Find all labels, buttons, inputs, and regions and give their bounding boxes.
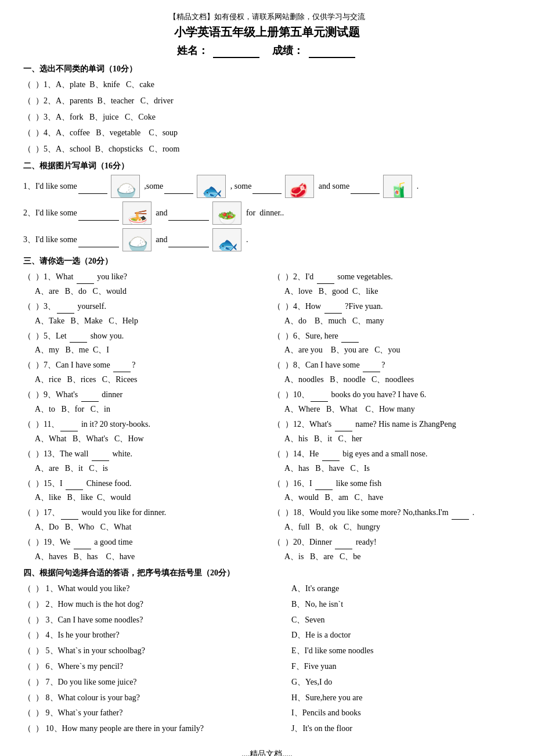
s3-q9-left: （ ）9、What's dinner A、to B、for C、in bbox=[23, 388, 267, 416]
s2-r2-end: for dinner.. bbox=[244, 206, 284, 220]
score-underline bbox=[309, 45, 355, 58]
s4-q6: （ ） 6、Where`s my pencil? bbox=[23, 660, 291, 674]
s2-r1-blank4[interactable] bbox=[351, 179, 380, 194]
s4-q1: （ ） 1、What would you like? bbox=[23, 582, 291, 596]
s3-q15: （ ）15、I Chinese food. bbox=[23, 477, 261, 491]
s3-q16-right: （ ）16、I like some fish A、would B、am C、ha… bbox=[267, 477, 511, 505]
page-title: 小学英语五年级上册第五单元测试题 bbox=[23, 24, 511, 40]
s3-q12-right: （ ）12、What's name? His name is ZhangPeng… bbox=[267, 417, 511, 445]
s2-row3: 3、I'd like some and . bbox=[23, 228, 511, 251]
s3-q13-opts: A、are B、it C、is bbox=[35, 463, 261, 474]
s3-q16: （ ）16、I like some fish bbox=[273, 477, 511, 491]
name-underline bbox=[213, 45, 259, 58]
s4-a5: E、I'd like some noodles bbox=[291, 644, 511, 658]
s4-content: （ ） 1、What would you like? （ ） 2、How muc… bbox=[23, 582, 511, 737]
s4-a10: J、It's on the floor bbox=[291, 722, 511, 736]
s3-row5: （ ）9、What's dinner A、to B、for C、in （ ）10… bbox=[23, 388, 511, 416]
s4-q4: （ ） 4、Is he your brother? bbox=[23, 628, 291, 642]
s4-a9: I、Pencils and books bbox=[291, 706, 511, 720]
s2-r3-text1: 3、I'd like some bbox=[23, 232, 77, 247]
s4-q10: （ ） 10、How many people are there in your… bbox=[23, 722, 291, 736]
s2-r3-blank2[interactable] bbox=[168, 232, 209, 247]
s2-r1-text3: , some bbox=[228, 179, 251, 193]
s1-item-2: （ ）2、A、parents B、teacher C、driver bbox=[23, 94, 511, 108]
s3-q5: （ ）5、Let show you. bbox=[23, 329, 261, 343]
s3-q1: （ ）1、What you like? bbox=[23, 270, 261, 284]
s3-q2-right: （ ）2、I'd some vegetables. A、love B、good … bbox=[267, 270, 511, 298]
s3-q6: （ ）6、Sure, here bbox=[273, 329, 511, 343]
s3-q11-opts: A、What B、What's C、How bbox=[35, 434, 261, 444]
s3-q4: （ ）4、How ?Five yuan. bbox=[273, 300, 511, 314]
s2-r2-text1: 2、I'd like some bbox=[23, 206, 77, 220]
s2-row2: 2、I'd like some and for dinner.. bbox=[23, 201, 511, 225]
s2-r3-blank1[interactable] bbox=[78, 232, 119, 247]
s3-q17-opts: A、Do B、Who C、What bbox=[35, 522, 261, 532]
s3-q8: （ ）8、Can I have some ? bbox=[273, 358, 511, 372]
s4-a2: B、No, he isn`t bbox=[291, 597, 511, 611]
s3-q1-left: （ ）1、What you like? A、are B、do C、would bbox=[23, 270, 267, 298]
s3-q9-opts: A、to B、for C、in bbox=[35, 404, 261, 415]
s1-item-1: （ ）1、A、plate B、knife C、cake bbox=[23, 78, 511, 92]
s2-r1-end: . bbox=[414, 179, 418, 193]
s2-r1-blank3[interactable] bbox=[252, 179, 282, 194]
footer-text: ....精品文档..... bbox=[23, 749, 511, 756]
s4-a3: C、Seven bbox=[291, 613, 511, 627]
s4-a1: A、It's orange bbox=[291, 582, 511, 596]
s3-q3-opts: A、Take B、Make C、Help bbox=[35, 316, 261, 326]
s3-q15-left: （ ）15、I Chinese food. A、like B、like C、wo… bbox=[23, 477, 267, 505]
s4-q9: （ ） 9、What`s your father? bbox=[23, 706, 291, 720]
section4-matching: （ ） 1、What would you like? （ ） 2、How muc… bbox=[23, 582, 511, 737]
s3-q9: （ ）9、What's dinner bbox=[23, 388, 261, 402]
food-image-veg bbox=[212, 201, 241, 225]
s4-a7: G、Yes,I do bbox=[291, 675, 511, 689]
s3-q14-right: （ ）14、He big eyes and a small nose. A、ha… bbox=[267, 447, 511, 475]
s2-r2-blank1[interactable] bbox=[78, 206, 119, 221]
s4-a4: D、He is a doctor bbox=[291, 628, 511, 642]
s4-q5: （ ） 5、What`s in your schoolbag? bbox=[23, 644, 291, 658]
s2-r2-text2: and bbox=[154, 206, 168, 220]
food-image-bowl2 bbox=[122, 228, 151, 251]
s3-q19: （ ）19、We a good time bbox=[23, 535, 261, 549]
s3-row1: （ ）1、What you like? A、are B、do C、would （… bbox=[23, 270, 511, 298]
s3-q3: （ ）3、 yourself. bbox=[23, 300, 261, 314]
s4-q8: （ ） 8、What colour is your bag? bbox=[23, 691, 291, 705]
s4-q2: （ ） 2、How much is the hot dog? bbox=[23, 597, 291, 611]
s3-q5-left: （ ）5、Let show you. A、my B、me C、I bbox=[23, 329, 267, 357]
s4-questions: （ ） 1、What would you like? （ ） 2、How muc… bbox=[23, 582, 291, 737]
s3-q17-left: （ ）17、 would you like for dinner. A、Do B… bbox=[23, 506, 267, 534]
name-label: 姓名： bbox=[177, 45, 208, 56]
s3-q12: （ ）12、What's name? His name is ZhangPeng bbox=[273, 417, 511, 431]
section1-title: 一、选出不同类的单词（10分） bbox=[23, 64, 511, 74]
s3-q7: （ ）7、Can I have some ? bbox=[23, 358, 261, 372]
food-image-fish bbox=[197, 175, 226, 198]
s3-q1-opts: A、are B、do C、would bbox=[35, 286, 261, 297]
s4-q3: （ ） 3、Can I have some noodles? bbox=[23, 613, 291, 627]
s2-r1-blank1[interactable] bbox=[78, 179, 107, 194]
s3-q2-opts: A、love B、good C、like bbox=[284, 286, 511, 297]
notice-text: 【精品文档】如有侵权，请联系网站删除，仅供学习与交流 bbox=[23, 12, 511, 22]
s4-answers: A、It's orange B、No, he isn`t C、Seven D、H… bbox=[291, 582, 511, 737]
s3-q3-left: （ ）3、 yourself. A、Take B、Make C、Help bbox=[23, 300, 267, 327]
food-image-bottle bbox=[383, 175, 412, 198]
s3-q18: （ ）18、Would you like some more? No,thank… bbox=[273, 506, 511, 520]
s3-q8-right: （ ）8、Can I have some ? A、noodles B、noodl… bbox=[267, 358, 511, 386]
s3-row8: （ ）15、I Chinese food. A、like B、like C、wo… bbox=[23, 477, 511, 505]
s3-q8-opts: A、noodles B、noodle C、noodlees bbox=[284, 375, 511, 385]
s1-item-4: （ ）4、A、coffee B、vegetable C、soup bbox=[23, 126, 511, 140]
s3-row7: （ ）13、The wall white. A、are B、it C、is （ … bbox=[23, 447, 511, 475]
s2-r3-text2: and bbox=[154, 232, 168, 247]
s4-a8: H、Sure,here you are bbox=[291, 691, 511, 705]
s3-q4-opts: A、do B、much C、many bbox=[284, 316, 511, 326]
s3-q19-opts: A、haves B、has C、have bbox=[35, 552, 261, 562]
s3-q18-right: （ ）18、Would you like some more? No,thank… bbox=[267, 506, 511, 534]
s3-q11-left: （ ）11、 in it? 20 story-books. A、What B、W… bbox=[23, 417, 267, 445]
section2-title: 二、根据图片写单词（16分） bbox=[23, 161, 511, 171]
s2-r2-blank2[interactable] bbox=[168, 206, 209, 221]
s3-row2: （ ）3、 yourself. A、Take B、Make C、Help （ ）… bbox=[23, 300, 511, 327]
s2-r1-blank2[interactable] bbox=[164, 179, 193, 194]
s3-q12-opts: A、his B、it C、her bbox=[284, 434, 511, 444]
s3-q14-opts: A、has B、have C、Is bbox=[284, 463, 511, 474]
s2-r1-text2: ,some bbox=[142, 179, 164, 193]
s2-r1-text4: and some bbox=[316, 179, 349, 193]
s3-q6-opts: A、are you B、you are C、you bbox=[284, 345, 511, 355]
